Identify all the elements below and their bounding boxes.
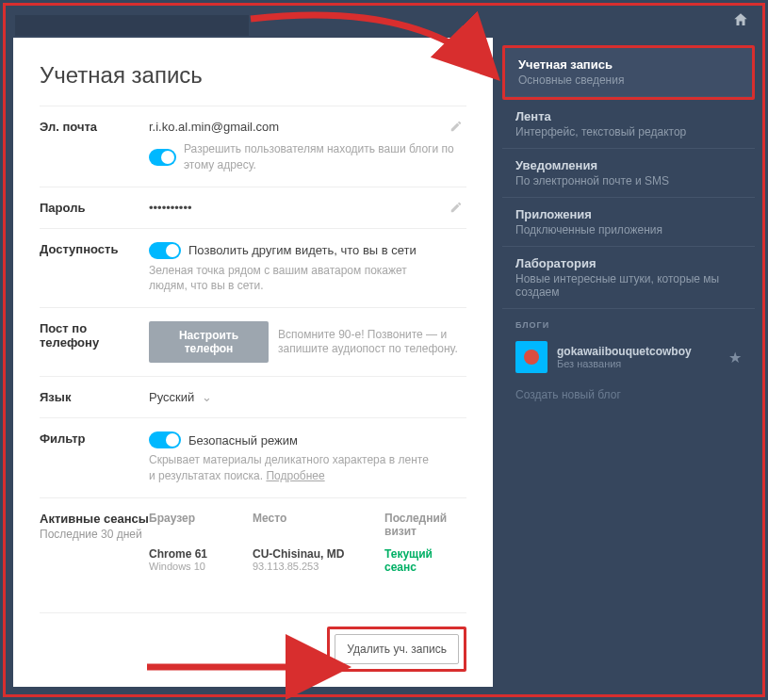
sessions-col-last: Последний визит [384, 512, 466, 538]
email-value: r.i.ko.al.min@gmail.com [149, 120, 466, 134]
password-value: •••••••••• [149, 201, 466, 215]
nav-notifications[interactable]: Уведомления По электронной почте и SMS [502, 149, 755, 198]
availability-toggle[interactable] [149, 242, 181, 259]
sessions-sublabel: Последние 30 дней [40, 528, 149, 541]
password-label: Пароль [40, 201, 149, 215]
session-last: Текущий сеанс [384, 547, 466, 574]
row-email: Эл. почта r.i.ko.al.min@gmail.com Разреш… [40, 106, 466, 187]
email-label: Эл. почта [40, 120, 149, 173]
chevron-down-icon: ⌄ [202, 390, 212, 404]
row-language: Язык Русский ⌄ [40, 376, 466, 417]
nav-apps-title: Приложения [515, 207, 742, 221]
language-value: Русский [149, 390, 194, 404]
delete-highlight: Удалить уч. запись [327, 627, 466, 672]
email-toggle-hint: Разрешить пользователям находить ваши бл… [184, 141, 466, 173]
nav-notifications-desc: По электронной почте и SMS [515, 174, 742, 187]
blog-avatar [515, 341, 547, 373]
language-select[interactable]: Русский ⌄ [149, 390, 212, 404]
nav-dashboard-desc: Интерфейс, текстовый редактор [515, 125, 742, 138]
nav-apps[interactable]: Приложения Подключенные приложения [502, 198, 755, 247]
sessions-col-browser: Браузер [149, 512, 253, 538]
row-password: Пароль •••••••••• [40, 187, 466, 228]
row-sessions: Активные сеансы Последние 30 дней Браузе… [40, 497, 466, 587]
sessions-col-place: Место [253, 512, 384, 538]
delete-account-button[interactable]: Удалить уч. запись [335, 634, 459, 664]
filter-label: Фильтр [40, 431, 149, 484]
nav-notifications-title: Уведомления [515, 158, 742, 172]
phone-post-hint: Вспомните 90-е! Позвоните — и запишите а… [278, 328, 466, 357]
session-ip: 93.113.85.253 [253, 561, 384, 572]
nav-labs-desc: Новые интересные штуки, которые мы созда… [515, 272, 742, 299]
address-area [15, 15, 249, 36]
language-label: Язык [40, 390, 149, 404]
phone-post-label: Пост по телефону [40, 321, 149, 363]
availability-hint: Зеленая точка рядом с вашим аватаром пок… [149, 263, 432, 295]
nav-apps-desc: Подключенные приложения [515, 223, 742, 236]
filter-more-link[interactable]: Подробнее [266, 469, 324, 482]
sessions-label-text: Активные сеансы [40, 512, 149, 526]
nav-account-title: Учетная запись [518, 57, 739, 72]
session-os: Windows 10 [149, 561, 253, 572]
email-discoverable-toggle[interactable] [149, 149, 176, 166]
top-bar [6, 6, 762, 38]
nav-labs[interactable]: Лаборатория Новые интересные штуки, кото… [502, 247, 755, 309]
row-filter: Фильтр Безопасный режим Скрывает материа… [40, 417, 466, 497]
session-place: CU-Chisinau, MD [253, 547, 384, 561]
settings-sidebar: Учетная запись Основные сведения Лента И… [502, 38, 755, 687]
nav-dashboard[interactable]: Лента Интерфейс, текстовый редактор [502, 100, 755, 149]
session-row: Chrome 61 Windows 10 CU-Chisinau, MD 93.… [149, 547, 466, 574]
row-availability: Доступность Позволить другим видеть, что… [40, 228, 466, 308]
card-footer: Удалить уч. запись [40, 612, 466, 672]
safe-mode-toggle[interactable] [149, 431, 181, 448]
nav-labs-title: Лаборатория [515, 256, 742, 270]
nav-active-highlight: Учетная запись Основные сведения [502, 45, 755, 100]
blog-item[interactable]: gokawaiibouquetcowboy Без названия ★ [502, 335, 755, 379]
page-title: Учетная запись [40, 62, 466, 89]
session-browser: Chrome 61 [149, 547, 253, 561]
create-blog-link[interactable]: Создать новый блог [502, 379, 755, 411]
email-control: r.i.ko.al.min@gmail.com Разрешить пользо… [149, 120, 466, 173]
configure-phone-button[interactable]: Настроить телефон [149, 321, 269, 363]
nav-dashboard-title: Лента [515, 109, 742, 123]
row-phone-post: Пост по телефону Настроить телефон Вспом… [40, 307, 466, 376]
edit-email-icon[interactable] [449, 120, 463, 133]
blog-subtitle: Без названия [557, 358, 692, 369]
nav-account-desc: Основные сведения [518, 73, 739, 87]
nav-account[interactable]: Учетная запись Основные сведения [505, 48, 752, 97]
availability-label: Доступность [40, 242, 149, 295]
blogs-header: БЛОГИ [502, 309, 755, 335]
settings-card: Учетная запись Эл. почта r.i.ko.al.min@g… [13, 38, 493, 687]
star-icon[interactable]: ★ [728, 349, 742, 366]
filter-toggle-label: Безопасный режим [188, 433, 298, 448]
blog-name: gokawaiibouquetcowboy [557, 345, 692, 358]
sessions-label: Активные сеансы Последние 30 дней [40, 512, 149, 574]
edit-password-icon[interactable] [449, 201, 463, 214]
availability-toggle-label: Позволить другим видеть, что вы в сети [188, 243, 417, 257]
filter-hint: Скрывает материалы деликатного характера… [149, 452, 432, 484]
home-icon[interactable] [732, 11, 749, 28]
